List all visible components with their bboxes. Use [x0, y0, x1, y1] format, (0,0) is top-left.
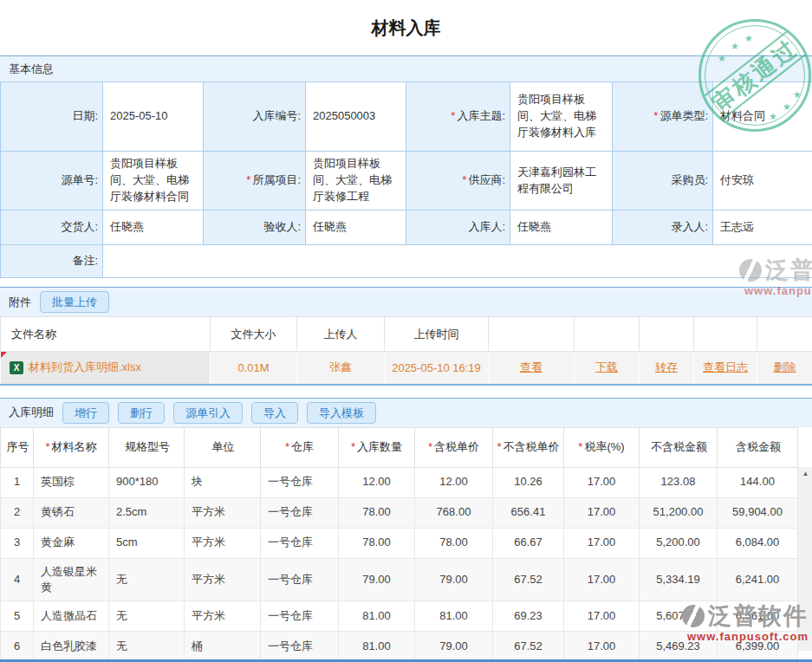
detail-cell-price-with-tax: 78.00 — [415, 528, 493, 558]
file-size-cell: 0.01M — [211, 352, 297, 385]
detail-cell-seq: 2 — [1, 497, 34, 528]
detail-cell-spec-model: 无 — [109, 600, 185, 631]
deliverer-label: 交货人: — [1, 211, 103, 245]
inspector-field[interactable]: 任晓燕 — [306, 211, 406, 245]
detail-cell-amount-with-tax: 59,904.00 — [718, 497, 798, 528]
column-header-inbound-qty: *入库数量 — [339, 427, 415, 467]
file-name-link[interactable]: 材料到货入库明细.xlsx — [29, 360, 141, 375]
vertical-scrollbar[interactable]: ▲ — [798, 467, 812, 651]
detail-row: 4人造银星米黄无平方米一号仓库79.0079.0067.5217.005,334… — [1, 558, 798, 600]
source-no-field[interactable]: 贵阳项目样板间、大堂、电梯厅装修材料合同 — [103, 152, 204, 211]
buyer-field[interactable]: 付安琼 — [713, 152, 812, 211]
scroll-up-arrow[interactable]: ▲ — [798, 467, 812, 481]
remark-field[interactable] — [103, 245, 812, 278]
actions-header — [489, 317, 575, 352]
warehouser-label: 入库人: — [406, 211, 510, 245]
section-basic-info-bar: 基本信息 — [0, 55, 812, 81]
detail-cell-seq: 6 — [1, 631, 34, 661]
project-field[interactable]: 贵阳项目样板间、大堂、电梯厅装修工程 — [306, 152, 406, 211]
deliverer-field[interactable]: 任晓燕 — [103, 211, 204, 245]
detail-cell-amount-without-tax: 51,200.00 — [640, 497, 718, 528]
supplier-field[interactable]: 天津嘉利园林工程有限公司 — [510, 152, 613, 211]
source-type-field[interactable]: 材料合同 — [713, 82, 812, 152]
column-header-spec-model: 规格型号 — [109, 427, 185, 467]
detail-row: 2黄锈石2.5cm平方米一号仓库78.00768.00656.4117.0051… — [1, 497, 798, 528]
detail-cell-amount-without-tax: 5,200.00 — [640, 528, 718, 558]
add-row-button[interactable]: 增行 — [62, 402, 109, 424]
column-header-warehouse: *仓库 — [261, 427, 339, 467]
recorder-label: 录入人: — [613, 211, 713, 245]
detail-cell-price-without-tax: 10.26 — [493, 467, 564, 497]
save-as-link[interactable]: 转存 — [655, 360, 678, 373]
detail-cell-amount-without-tax: 123.08 — [640, 467, 718, 497]
column-header-material-name: *材料名称 — [34, 427, 109, 467]
detail-cell-material-name: 黄金麻 — [34, 528, 109, 558]
detail-cell-unit: 桶 — [185, 631, 261, 661]
recorder-field[interactable]: 王志远 — [713, 211, 812, 245]
detail-cell-unit: 平方米 — [185, 600, 261, 631]
actions-header — [640, 317, 694, 352]
detail-cell-amount-without-tax: 5,334.19 — [640, 558, 718, 600]
detail-cell-warehouse: 一号仓库 — [261, 631, 339, 661]
delete-row-button[interactable]: 删行 — [118, 402, 165, 424]
detail-cell-material-name: 白色乳胶漆 — [34, 631, 109, 661]
download-link[interactable]: 下载 — [595, 360, 618, 373]
import-from-source-button[interactable]: 源单引入 — [173, 402, 243, 424]
detail-cell-amount-with-tax: 6,399.00 — [718, 631, 798, 661]
detail-cell-inbound-qty: 79.00 — [339, 558, 415, 600]
date-field[interactable]: 2025-05-10 — [103, 82, 204, 152]
detail-cell-inbound-qty: 81.00 — [339, 631, 415, 661]
detail-row: 6白色乳胶漆无桶一号仓库81.0079.0067.5217.005,469.23… — [1, 631, 798, 661]
detail-header-row: 序号*材料名称规格型号单位*仓库*入库数量*含税单价*不含税单价*税率(%)不含… — [1, 427, 798, 467]
basic-info-row: 交货人: 任晓燕 验收人: 任晓燕 入库人: 任晓燕 录入人: 王志远 — [1, 211, 812, 245]
import-template-button[interactable]: 导入模板 — [307, 402, 376, 424]
view-log-link[interactable]: 查看日志 — [703, 360, 748, 373]
detail-cell-spec-model: 900*180 — [109, 467, 185, 497]
warehouser-field[interactable]: 任晓燕 — [510, 211, 613, 245]
detail-cell-unit: 平方米 — [185, 497, 261, 528]
detail-cell-material-name: 人造微晶石 — [34, 600, 109, 631]
basic-info-row: 源单号: 贵阳项目样板间、大堂、电梯厅装修材料合同 *所属项目: 贵阳项目样板间… — [1, 152, 812, 211]
detail-cell-price-without-tax: 67.52 — [493, 558, 564, 600]
column-header-price-with-tax: *含税单价 — [415, 427, 493, 467]
view-link[interactable]: 查看 — [520, 360, 542, 373]
import-button[interactable]: 导入 — [251, 402, 298, 424]
inbound-no-field[interactable]: 2025050003 — [306, 82, 406, 152]
source-no-label: 源单号: — [1, 152, 103, 211]
detail-cell-amount-with-tax: 6,084.00 — [718, 528, 798, 558]
detail-cell-spec-model: 无 — [109, 631, 185, 661]
inbound-subject-label: *入库主题: — [406, 82, 510, 152]
attachments-section: 附件 批量上传 文件名称 文件大小 上传人 上传时间 X 材料到货入库明细.xl… — [0, 287, 812, 386]
file-delete-cell: 删除 — [757, 352, 812, 385]
actions-header — [694, 317, 757, 352]
detail-cell-tax-rate: 17.00 — [564, 497, 640, 528]
buyer-label: 采购员: — [613, 152, 713, 211]
detail-cell-price-with-tax: 81.00 — [415, 600, 493, 631]
detail-cell-amount-without-tax: 5,607.69 — [640, 600, 718, 631]
detail-cell-inbound-qty: 78.00 — [339, 497, 415, 528]
detail-cell-tax-rate: 17.00 — [564, 600, 640, 631]
inbound-detail-section-title: 入库明细 — [9, 405, 54, 420]
detail-cell-price-without-tax: 69.23 — [493, 600, 564, 631]
header: 材料入库 — [0, 0, 812, 55]
detail-row: 1英国棕900*180块一号仓库12.0012.0010.2617.00123.… — [1, 467, 798, 497]
upload-time-header: 上传时间 — [385, 317, 489, 352]
detail-cell-tax-rate: 17.00 — [564, 631, 640, 661]
detail-cell-unit: 平方米 — [185, 528, 261, 558]
detail-cell-spec-model: 5cm — [109, 528, 185, 558]
file-time-cell: 2025-05-10 16:19 — [385, 352, 489, 385]
basic-info-section-title: 基本信息 — [9, 62, 54, 77]
inbound-subject-field[interactable]: 贵阳项目样板间、大堂、电梯厅装修材料入库 — [510, 82, 613, 152]
inbound-detail-table: 序号*材料名称规格型号单位*仓库*入库数量*含税单价*不含税单价*税率(%)不含… — [0, 427, 798, 662]
remark-row: 备注: — [1, 245, 812, 278]
column-header-amount-with-tax: 含税金额 — [718, 427, 798, 467]
batch-upload-button[interactable]: 批量上传 — [40, 291, 109, 313]
column-header-price-without-tax: *不含税单价 — [493, 427, 564, 467]
detail-cell-price-with-tax: 768.00 — [415, 497, 493, 528]
detail-cell-price-without-tax: 66.67 — [493, 528, 564, 558]
actions-header — [575, 317, 640, 352]
delete-link[interactable]: 删除 — [774, 360, 796, 373]
detail-cell-warehouse: 一号仓库 — [261, 497, 339, 528]
file-name-cell: X 材料到货入库明细.xlsx — [1, 352, 211, 385]
detail-cell-seq: 5 — [1, 600, 34, 631]
